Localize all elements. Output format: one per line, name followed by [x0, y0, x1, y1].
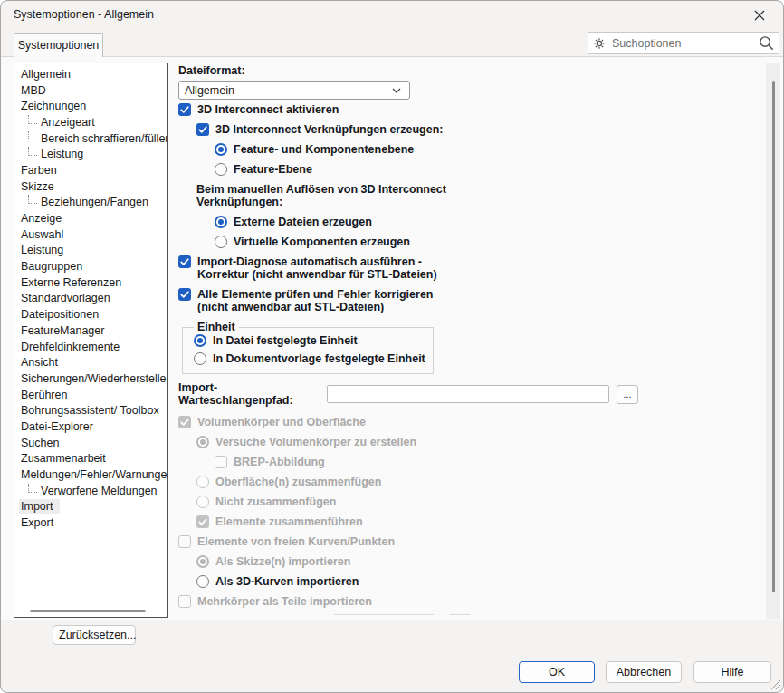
- sidebar-item-label: Allgemein: [21, 68, 71, 81]
- search-input[interactable]: Suchoptionen: [612, 37, 758, 50]
- option-label: Feature- und Komponentenebene: [234, 143, 414, 156]
- sidebar-item-baugruppen[interactable]: Baugruppen: [14, 258, 167, 274]
- horizontal-scrollbar[interactable]: [16, 606, 166, 615]
- option-row: BREP-Abbildung: [178, 456, 767, 468]
- sidebar-item-export[interactable]: Export: [14, 515, 167, 531]
- sidebar-item-zeichnungen[interactable]: Zeichnungen: [14, 98, 167, 114]
- checkbox-checked[interactable]: [178, 255, 191, 268]
- vertical-scrollbar[interactable]: [766, 63, 780, 619]
- resize-grip[interactable]: [770, 679, 780, 689]
- sidebar-item-ansicht[interactable]: Ansicht: [14, 354, 167, 371]
- sidebar-item-drehfeldinkremente[interactable]: Drehfeldinkremente: [14, 339, 167, 355]
- radio-unchecked[interactable]: [196, 496, 209, 508]
- option-label: Oberfläche(n) zusammenfügen: [215, 476, 381, 488]
- ok-button[interactable]: OK: [519, 661, 595, 683]
- clipped-groupbox-line: [450, 614, 470, 615]
- checkbox-checked[interactable]: [196, 515, 209, 528]
- radio-checked[interactable]: [215, 216, 227, 228]
- close-icon[interactable]: [745, 5, 774, 26]
- sidebar-item-verworfene-meldungen[interactable]: Verworfene Meldungen: [14, 483, 167, 499]
- option-row: 3D Interconnect aktivieren: [178, 103, 767, 116]
- option-text-row: Beim manuellen Auflösen von 3D Interconn…: [178, 183, 767, 208]
- cancel-button[interactable]: Abbrechen: [606, 661, 682, 683]
- sidebar-item-anzeigeart[interactable]: Anzeigeart: [14, 114, 167, 130]
- option-row: Externe Dateien erzeugen: [178, 216, 767, 228]
- radio-unchecked[interactable]: [215, 236, 227, 248]
- sidebar-item-label: Externe Referenzen: [21, 276, 121, 289]
- radio-unchecked[interactable]: [196, 476, 209, 488]
- tab-systemoptionen[interactable]: Systemoptionen: [14, 33, 103, 57]
- sidebar-item-standardvorlagen[interactable]: Standardvorlagen: [14, 291, 167, 307]
- dateiformat-label: Dateiformat:: [178, 64, 767, 77]
- sidebar-item-berühren[interactable]: Berühren: [14, 387, 167, 403]
- radio-unchecked[interactable]: [194, 352, 206, 365]
- radio-checked[interactable]: [196, 555, 209, 568]
- sidebar-item-label: Dateipositionen: [21, 308, 99, 321]
- sidebar-item-externe-referenzen[interactable]: Externe Referenzen: [14, 274, 167, 291]
- radio-unchecked[interactable]: [196, 575, 209, 588]
- search-icon[interactable]: [758, 34, 775, 52]
- reset-button[interactable]: Zurücksetzen...: [53, 625, 136, 645]
- option-row: Feature- und Komponentenebene: [178, 143, 767, 156]
- sidebar-item-label: Anzeige: [21, 212, 62, 225]
- radio-checked[interactable]: [196, 436, 209, 448]
- sidebar-item-anzeige[interactable]: Anzeige: [14, 210, 167, 226]
- sidebar-item-featuremanager[interactable]: FeatureManager: [14, 322, 167, 339]
- checkbox-unchecked[interactable]: [215, 456, 227, 468]
- sidebar-item-label: Beziehungen/Fangen: [41, 196, 148, 208]
- sidebar-item-label: Auswahl: [21, 228, 63, 241]
- option-row: Elemente von freien Kurven/Punkten: [178, 535, 767, 548]
- option-label: In Datei festgelegte Einheit: [213, 334, 358, 347]
- checkbox-checked[interactable]: [178, 288, 191, 301]
- checkbox-checked[interactable]: [178, 103, 191, 116]
- sidebar-item-bereich-schraffieren-füllen[interactable]: Bereich schraffieren/füllen: [14, 130, 167, 147]
- sidebar-item-label: Zusammenarbeit: [21, 452, 106, 465]
- sidebar-item-leistung[interactable]: Leistung: [14, 243, 167, 259]
- option-row: Volumenkörper und Oberfläche: [178, 416, 767, 428]
- radio-unchecked[interactable]: [215, 163, 227, 176]
- sidebar-item-zusammenarbeit[interactable]: Zusammenarbeit: [14, 451, 167, 467]
- radio-checked[interactable]: [194, 334, 206, 347]
- option-label: Virtuelle Komponenten erzeugen: [234, 236, 410, 248]
- radio-checked[interactable]: [215, 143, 227, 156]
- sidebar-item-suchen[interactable]: Suchen: [14, 435, 167, 451]
- help-button[interactable]: Hilfe: [693, 661, 771, 683]
- checkbox-checked[interactable]: [178, 416, 191, 428]
- gear-icon[interactable]: [592, 36, 607, 51]
- sidebar-item-mbd[interactable]: MBD: [14, 82, 167, 99]
- sidebar-item-import[interactable]: Import: [14, 499, 167, 515]
- option-row: Nicht zusammenfügen: [178, 496, 767, 508]
- sidebar-item-skizze[interactable]: Skizze: [14, 178, 167, 195]
- option-row: Als 3D-Kurven importieren: [178, 575, 767, 588]
- sidebar-item-dateipositionen[interactable]: Dateipositionen: [14, 306, 167, 322]
- import-queue-path-row: Import-Warteschlangenpfad: ...: [178, 381, 767, 407]
- sidebar-item-farben[interactable]: Farben: [14, 162, 167, 178]
- sidebar-item-bohrungsassistent-toolbox[interactable]: Bohrungsassistent/ Toolbox: [14, 402, 167, 419]
- option-row: Alle Elemente prüfen und Fehler korrigie…: [178, 288, 767, 313]
- option-row: Import-Diagnose automatisch ausführen -K…: [178, 255, 767, 281]
- sidebar-item-allgemein[interactable]: Allgemein: [14, 66, 167, 82]
- dateiformat-select[interactable]: Allgemein: [178, 81, 410, 100]
- sidebar-item-datei-explorer[interactable]: Datei-Explorer: [14, 419, 167, 435]
- sidebar-item-label: Leistung: [41, 148, 83, 160]
- sidebar-item-beziehungen-fangen[interactable]: Beziehungen/Fangen: [14, 195, 167, 211]
- checkbox-checked[interactable]: [196, 123, 209, 136]
- checkbox-unchecked[interactable]: [178, 535, 191, 548]
- option-row: Feature-Ebene: [178, 163, 767, 176]
- option-label: Elemente zusammenführen: [215, 515, 363, 528]
- sidebar-item-meldungen-fehler-warnungen[interactable]: Meldungen/Fehler/Warnungen: [14, 467, 167, 483]
- option-row: Oberfläche(n) zusammenfügen: [178, 476, 767, 488]
- search-box[interactable]: Suchoptionen: [588, 32, 779, 54]
- option-label: Volumenkörper und Oberfläche: [197, 416, 366, 428]
- option-row: In Dokumentvorlage festgelegte Einheit: [194, 352, 433, 365]
- sidebar-item-auswahl[interactable]: Auswahl: [14, 226, 167, 243]
- checkbox-unchecked[interactable]: [178, 595, 191, 608]
- import-queue-path-input[interactable]: [327, 385, 609, 403]
- vertical-scrollbar-thumb[interactable]: [772, 81, 775, 592]
- sidebar-item-sicherungen-wiederherstellen[interactable]: Sicherungen/Wiederherstellen: [14, 371, 167, 387]
- tree-elbow-icon: [28, 147, 37, 156]
- browse-button[interactable]: ...: [617, 385, 638, 404]
- sidebar-item-leistung[interactable]: Leistung: [14, 146, 167, 162]
- sidebar-item-label: Bereich schraffieren/füllen: [41, 132, 167, 145]
- horizontal-scrollbar-thumb[interactable]: [30, 610, 146, 612]
